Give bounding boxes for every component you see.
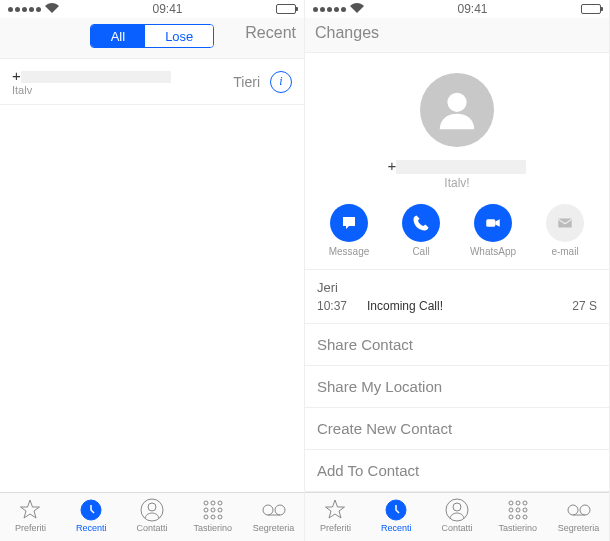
tab-recents[interactable]: Recenti: [366, 497, 427, 533]
svg-point-13: [275, 505, 285, 515]
status-bar: 09:41: [0, 0, 304, 18]
battery-icon: [581, 4, 601, 14]
log-day: Jeri: [317, 280, 597, 295]
svg-point-15: [447, 93, 466, 112]
svg-point-5: [218, 501, 222, 505]
avatar: [420, 73, 494, 147]
call-region: Italv: [12, 84, 233, 96]
recent-call-item[interactable]: + Italv Tieri i: [0, 59, 304, 105]
svg-point-6: [204, 508, 208, 512]
log-time: 10:37: [317, 299, 367, 313]
svg-point-3: [204, 501, 208, 505]
svg-point-8: [218, 508, 222, 512]
svg-point-20: [453, 503, 461, 511]
svg-point-12: [263, 505, 273, 515]
call-button[interactable]: Call: [395, 204, 447, 257]
voicemail-icon: [243, 497, 304, 523]
tab-recents[interactable]: Recenti: [61, 497, 122, 533]
log-type: Incoming Call!: [367, 299, 572, 313]
svg-point-29: [523, 515, 527, 519]
message-button[interactable]: Message: [323, 204, 375, 257]
svg-rect-16: [486, 219, 495, 227]
info-icon[interactable]: i: [270, 71, 292, 93]
segment-all[interactable]: All: [91, 25, 145, 47]
star-icon: [305, 497, 366, 523]
create-contact-button[interactable]: Create New Contact: [305, 407, 609, 449]
status-time: 09:41: [152, 2, 182, 16]
tab-bar: Preferiti Recenti Contatti Tastierino Se…: [0, 492, 304, 541]
battery-icon: [276, 4, 296, 14]
signal-dots-icon: [8, 7, 41, 12]
status-bar: 09:41: [305, 0, 609, 18]
svg-point-4: [211, 501, 215, 505]
call-log: Jeri 10:37 Incoming Call! 27 S: [305, 269, 609, 323]
tab-keypad[interactable]: Tastierino: [487, 497, 548, 533]
segment-missed[interactable]: Lose: [145, 25, 213, 47]
svg-point-2: [148, 503, 156, 511]
tab-bar: Preferiti Recenti Contatti Tastierino Se…: [305, 492, 609, 541]
share-location-button[interactable]: Share My Location: [305, 365, 609, 407]
recent-calls-list: + Italv Tieri i: [0, 59, 304, 492]
add-to-contact-button[interactable]: Add To Contact: [305, 449, 609, 492]
contact-detail-screen: 09:41 Changes + Italv! Message Call: [305, 0, 610, 541]
svg-point-27: [509, 515, 513, 519]
svg-point-31: [580, 505, 590, 515]
tab-voicemail[interactable]: Segreteria: [243, 497, 304, 533]
message-icon: [330, 204, 368, 242]
wifi-icon: [350, 3, 364, 15]
signal-dots-icon: [313, 7, 346, 12]
tab-favorites[interactable]: Preferiti: [305, 497, 366, 533]
svg-point-22: [516, 501, 520, 505]
star-icon: [0, 497, 61, 523]
tab-contacts[interactable]: Contatti: [122, 497, 183, 533]
svg-point-7: [211, 508, 215, 512]
filter-segmented-control[interactable]: All Lose: [90, 24, 215, 48]
tab-favorites[interactable]: Preferiti: [0, 497, 61, 533]
tab-voicemail[interactable]: Segreteria: [548, 497, 609, 533]
phone-icon: [402, 204, 440, 242]
clock-icon: [366, 497, 427, 523]
svg-point-30: [568, 505, 578, 515]
log-duration: 27 S: [572, 299, 597, 313]
svg-point-23: [523, 501, 527, 505]
header-title: Changes: [305, 24, 609, 42]
whatsapp-button[interactable]: WhatsApp: [467, 204, 519, 257]
svg-point-25: [516, 508, 520, 512]
contact-detail-content[interactable]: + Italv! Message Call WhatsApp e-mail Je…: [305, 53, 609, 492]
header-title: Recent: [245, 24, 296, 42]
wifi-icon: [45, 3, 59, 15]
call-number: +: [12, 67, 233, 84]
voicemail-icon: [548, 497, 609, 523]
svg-point-26: [523, 508, 527, 512]
mail-icon: [546, 204, 584, 242]
svg-point-24: [509, 508, 513, 512]
detail-header: Changes: [305, 18, 609, 53]
contact-region: Italv!: [305, 176, 609, 190]
call-day: Tieri: [233, 74, 260, 90]
svg-point-21: [509, 501, 513, 505]
tab-contacts[interactable]: Contatti: [427, 497, 488, 533]
action-buttons: Message Call WhatsApp e-mail: [305, 190, 609, 263]
share-contact-button[interactable]: Share Contact: [305, 323, 609, 365]
svg-rect-17: [558, 219, 572, 228]
svg-point-9: [204, 515, 208, 519]
contact-icon: [122, 497, 183, 523]
clock-icon: [61, 497, 122, 523]
keypad-icon: [487, 497, 548, 523]
svg-point-28: [516, 515, 520, 519]
svg-point-10: [211, 515, 215, 519]
video-icon: [474, 204, 512, 242]
status-time: 09:41: [457, 2, 487, 16]
svg-point-11: [218, 515, 222, 519]
recents-screen: 09:41 All Lose Recent + Italv Tieri i Pr…: [0, 0, 305, 541]
email-button[interactable]: e-mail: [539, 204, 591, 257]
keypad-icon: [182, 497, 243, 523]
contact-phone: +: [305, 157, 609, 174]
contact-icon: [427, 497, 488, 523]
tab-keypad[interactable]: Tastierino: [182, 497, 243, 533]
